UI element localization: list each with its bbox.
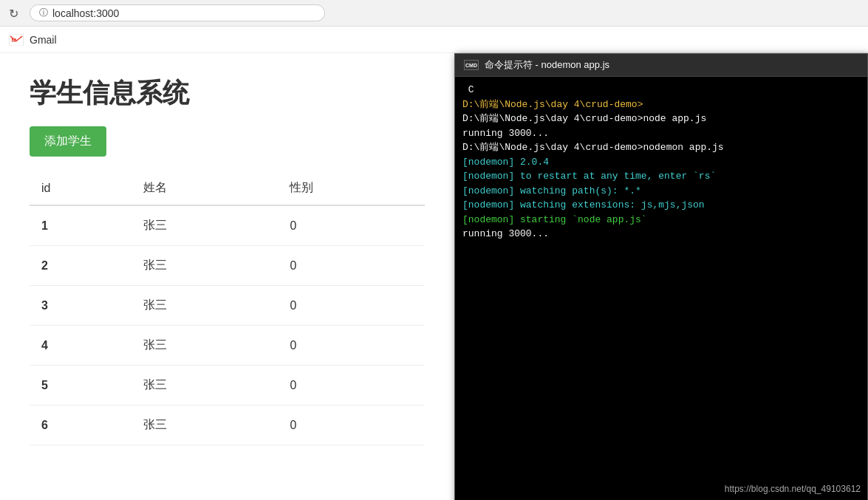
page-title: 学生信息系统 <box>30 75 425 112</box>
cell-name: 张三 <box>131 326 278 366</box>
cell-gender: 0 <box>278 246 425 286</box>
terminal-panel: CMD 命令提示符 - nodemon app.js CD:\前端\Node.j… <box>454 53 868 500</box>
cell-gender: 0 <box>278 366 425 405</box>
table-row: 1 张三 0 <box>30 205 425 246</box>
cell-gender: 0 <box>278 405 425 445</box>
refresh-icon[interactable]: ↻ <box>9 7 22 20</box>
table-row: 5 张三 0 <box>30 366 425 405</box>
table-row: 6 张三 0 <box>30 405 425 445</box>
cell-id: 5 <box>30 366 131 405</box>
cell-id: 2 <box>30 246 131 286</box>
terminal-line: D:\前端\Node.js\day 4\crud-demo> <box>462 97 860 112</box>
cell-name: 张三 <box>131 205 278 246</box>
address-text: localhost:3000 <box>52 7 119 19</box>
cell-id: 4 <box>30 326 131 366</box>
table-row: 4 张三 0 <box>30 326 425 366</box>
col-id: id <box>30 171 131 205</box>
cell-gender: 0 <box>278 205 425 246</box>
lock-icon: ⓘ <box>39 7 48 19</box>
cell-name: 张三 <box>131 366 278 405</box>
cell-id: 1 <box>30 205 131 246</box>
table-header-row: id 姓名 性别 <box>30 171 425 205</box>
cell-name: 张三 <box>131 246 278 286</box>
terminal-line: [nodemon] watching path(s): *.* <box>462 184 860 199</box>
terminal-line: [nodemon] watching extensions: js,mjs,js… <box>462 198 860 213</box>
terminal-line: running 3000... <box>462 126 860 141</box>
terminal-line: D:\前端\Node.js\day 4\crud-demo>nodemon ap… <box>462 140 860 155</box>
cell-id: 6 <box>30 405 131 445</box>
terminal-line: [nodemon] to restart at any time, enter … <box>462 169 860 184</box>
col-gender: 性别 <box>278 171 425 205</box>
main-content: 学生信息系统 添加学生 id 姓名 性别 1 张三 0 2 张三 0 3 张三 … <box>0 53 868 500</box>
cell-gender: 0 <box>278 286 425 326</box>
col-name: 姓名 <box>131 171 278 205</box>
web-panel: 学生信息系统 添加学生 id 姓名 性别 1 张三 0 2 张三 0 3 张三 … <box>0 53 454 500</box>
cell-id: 3 <box>30 286 131 326</box>
table-row: 2 张三 0 <box>30 246 425 286</box>
cell-name: 张三 <box>131 405 278 445</box>
gmail-bar: M Gmail <box>0 27 868 53</box>
terminal-line: [nodemon] 2.0.4 <box>462 155 860 170</box>
svg-text:M: M <box>12 37 17 44</box>
terminal-titlebar: CMD 命令提示符 - nodemon app.js <box>455 54 867 77</box>
terminal-line: D:\前端\Node.js\day 4\crud-demo>node app.j… <box>462 112 860 126</box>
student-table: id 姓名 性别 1 张三 0 2 张三 0 3 张三 0 4 张三 0 5 张… <box>30 171 425 445</box>
terminal-line: running 3000... <box>462 227 860 242</box>
address-bar[interactable]: ⓘ localhost:3000 <box>30 4 325 21</box>
terminal-line: C <box>462 83 860 97</box>
terminal-title: 命令提示符 - nodemon app.js <box>485 58 609 72</box>
cell-name: 张三 <box>131 286 278 326</box>
table-row: 3 张三 0 <box>30 286 425 326</box>
cell-gender: 0 <box>278 326 425 366</box>
add-student-button[interactable]: 添加学生 <box>30 126 106 157</box>
gmail-icon: M <box>9 34 24 46</box>
table-body: 1 张三 0 2 张三 0 3 张三 0 4 张三 0 5 张三 0 6 张三 … <box>30 205 425 445</box>
table-header: id 姓名 性别 <box>30 171 425 205</box>
terminal-line: [nodemon] starting `node app.js` <box>462 213 860 227</box>
browser-bar: ↻ ⓘ localhost:3000 <box>0 0 868 27</box>
terminal-icon: CMD <box>464 60 479 70</box>
watermark: https://blog.csdn.net/qq_49103612 <box>725 484 861 494</box>
terminal-body: CD:\前端\Node.js\day 4\crud-demo>D:\前端\Nod… <box>455 77 867 500</box>
gmail-label[interactable]: Gmail <box>30 34 57 46</box>
